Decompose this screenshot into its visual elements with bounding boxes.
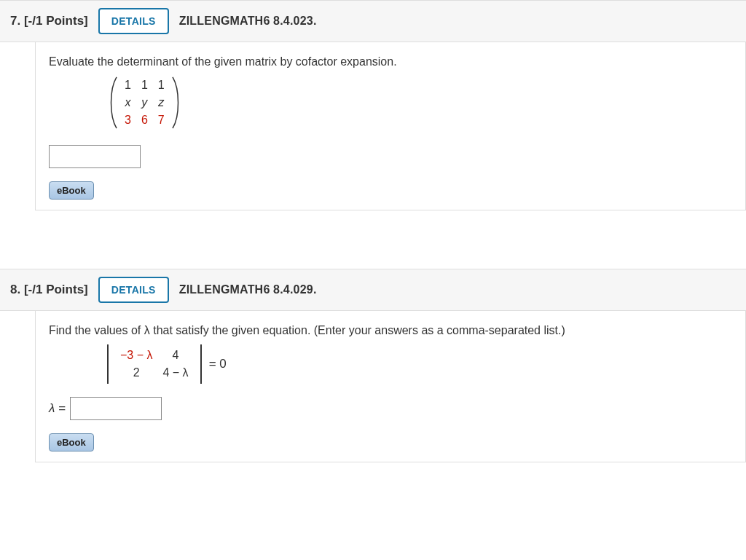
d-1-0: 2 [116,365,157,381]
matrix-table: 1 1 1 x y z 3 6 7 [119,76,170,130]
problem-body: Find the values of λ that satisfy the gi… [35,311,746,462]
problem-prompt: Evaluate the determinant of the given ma… [49,55,732,68]
problem-header: 8. [-/1 Points] DETAILS ZILLENGMATH6 8.4… [0,269,746,311]
left-paren-icon [107,76,119,130]
details-button[interactable]: DETAILS [98,8,169,34]
ebook-button[interactable]: eBook [49,433,94,451]
num: 8. [10,283,20,296]
answer-label: λ = [49,401,66,416]
equals-zero: = 0 [209,357,227,371]
m-2-2: 7 [154,112,169,128]
details-button[interactable]: DETAILS [98,277,169,303]
problem-header: 7. [-/1 Points] DETAILS ZILLENGMATH6 8.4… [0,0,746,42]
points: [-/1 Points] [24,283,88,296]
num: 7. [10,14,20,28]
matrix-display: 1 1 1 x y z 3 6 7 [107,76,732,132]
reference-code: ZILLENGMATH6 8.4.029. [179,283,317,296]
problem-number: 8. [-/1 Points] [10,283,88,297]
d-0-0: −3 − λ [116,347,157,363]
m-2-0: 3 [120,112,136,128]
m-0-2: 1 [154,77,169,93]
d-0-1: 4 [158,347,192,363]
ebook-button[interactable]: eBook [49,181,94,200]
m-1-0: x [125,96,130,109]
m-1-1: y [141,96,147,109]
right-paren-icon [170,76,182,130]
m-2-1: 6 [137,112,152,128]
m-0-1: 1 [137,77,152,93]
reference-code: ZILLENGMATH6 8.4.023. [179,15,317,28]
answer-row: λ = [49,397,732,420]
determinant-bars: −3 − λ 4 2 4 − λ [107,344,202,384]
m-1-2: z [158,96,164,109]
answer-input[interactable] [49,145,141,168]
answer-input[interactable] [70,397,162,420]
answer-row [49,145,732,168]
points: [-/1 Points] [24,14,88,28]
problem-number: 7. [-/1 Points] [10,14,88,28]
determinant-display: −3 − λ 4 2 4 − λ = 0 [107,344,732,384]
d-1-1: 4 − λ [158,365,192,381]
problem-body: Evaluate the determinant of the given ma… [35,42,746,210]
m-0-0: 1 [120,77,136,93]
problem-prompt: Find the values of λ that satisfy the gi… [49,324,732,337]
